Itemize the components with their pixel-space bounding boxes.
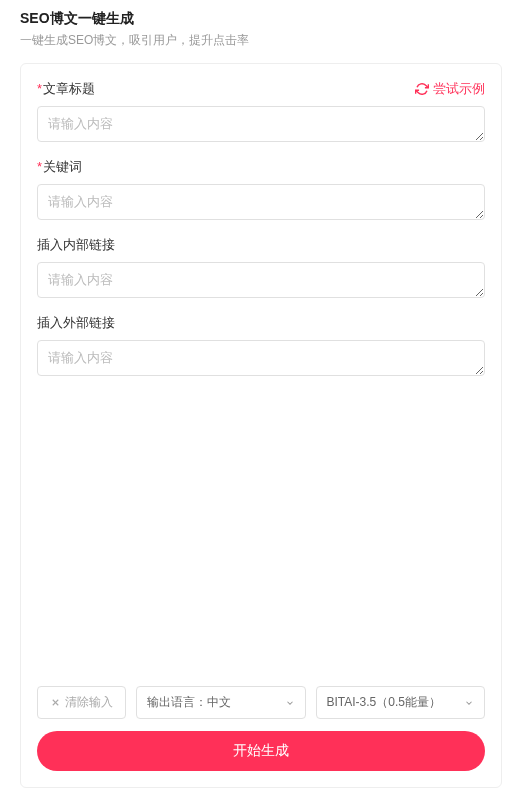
- main-panel: *文章标题 尝试示例 *关键词: [20, 63, 502, 788]
- field-keywords: *关键词: [37, 158, 485, 224]
- refresh-icon: [415, 82, 429, 96]
- clear-label: 清除输入: [65, 694, 113, 711]
- close-icon: [50, 697, 61, 708]
- field-label: 插入内部链接: [37, 236, 115, 254]
- field-label: 插入外部链接: [37, 314, 115, 332]
- page-subtitle: 一键生成SEO博文，吸引用户，提升点击率: [20, 32, 502, 49]
- label-row: *关键词: [37, 158, 485, 176]
- model-label: BITAI-3.5（0.5能量）: [327, 694, 441, 711]
- required-marker: *: [37, 81, 42, 96]
- chevron-down-icon: [285, 698, 295, 708]
- label-row: 插入外部链接: [37, 314, 485, 332]
- field-internal-links: 插入内部链接: [37, 236, 485, 302]
- language-select[interactable]: 输出语言：中文: [136, 686, 306, 719]
- chevron-down-icon: [464, 698, 474, 708]
- model-select[interactable]: BITAI-3.5（0.5能量）: [316, 686, 486, 719]
- select-group: 输出语言：中文 BITAI-3.5（0.5能量）: [136, 686, 485, 719]
- form-area: *文章标题 尝试示例 *关键词: [37, 80, 485, 676]
- bottom-controls: 清除输入 输出语言：中文 BITAI-3.5（0.5能量）: [37, 686, 485, 719]
- label-text: 关键词: [43, 159, 82, 174]
- label-row: 插入内部链接: [37, 236, 485, 254]
- keywords-input[interactable]: [37, 184, 485, 220]
- field-article-title: *文章标题 尝试示例: [37, 80, 485, 146]
- field-external-links: 插入外部链接: [37, 314, 485, 380]
- clear-button[interactable]: 清除输入: [37, 686, 126, 719]
- page-title: SEO博文一键生成: [20, 10, 502, 28]
- label-text: 文章标题: [43, 81, 95, 96]
- external-links-input[interactable]: [37, 340, 485, 376]
- internal-links-input[interactable]: [37, 262, 485, 298]
- page-header: SEO博文一键生成 一键生成SEO博文，吸引用户，提升点击率: [0, 0, 522, 63]
- try-example-text: 尝试示例: [433, 80, 485, 98]
- language-label: 输出语言：中文: [147, 694, 231, 711]
- field-label: *关键词: [37, 158, 82, 176]
- try-example-link[interactable]: 尝试示例: [415, 80, 485, 98]
- article-title-input[interactable]: [37, 106, 485, 142]
- required-marker: *: [37, 159, 42, 174]
- start-generate-button[interactable]: 开始生成: [37, 731, 485, 771]
- field-label: *文章标题: [37, 80, 95, 98]
- label-row: *文章标题 尝试示例: [37, 80, 485, 98]
